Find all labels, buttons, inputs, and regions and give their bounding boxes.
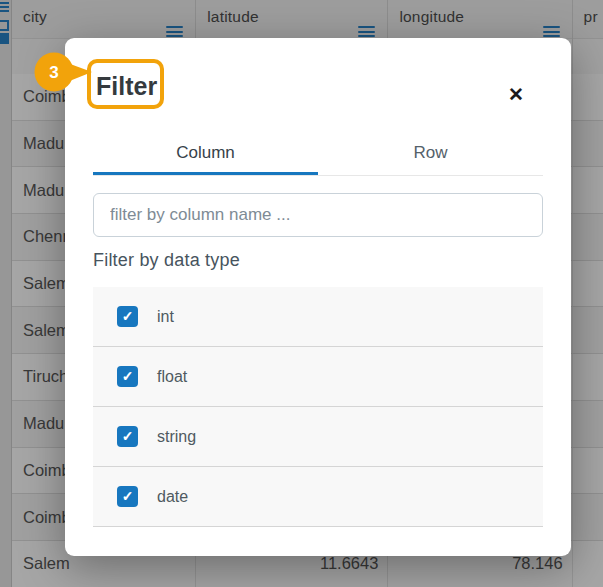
tab-column[interactable]: Column (93, 133, 318, 175)
datatype-row-int[interactable]: int (93, 287, 543, 347)
datatype-list: intfloatstringdate (93, 287, 543, 527)
datatype-label: int (157, 308, 174, 326)
tab-row[interactable]: Row (318, 133, 543, 175)
datatype-heading: Filter by data type (93, 250, 240, 271)
datatype-label: float (157, 368, 187, 386)
app-root: citylatitudelongitudepr CoimbMaduMaduChe… (0, 0, 603, 587)
column-name-filter-input[interactable] (93, 193, 543, 237)
checkbox-date-checked-icon[interactable] (117, 486, 138, 507)
datatype-row-float[interactable]: float (93, 347, 543, 407)
datatype-row-string[interactable]: string (93, 407, 543, 467)
filter-modal: Filter ✕ ColumnRow Filter by data type i… (65, 38, 571, 556)
datatype-row-date[interactable]: date (93, 467, 543, 527)
close-icon[interactable]: ✕ (503, 82, 529, 108)
modal-title: Filter (96, 72, 157, 101)
datatype-label: string (157, 428, 196, 446)
tab-bar: ColumnRow (93, 133, 543, 176)
checkbox-float-checked-icon[interactable] (117, 366, 138, 387)
datatype-label: date (157, 488, 188, 506)
checkbox-int-checked-icon[interactable] (117, 306, 138, 327)
checkbox-string-checked-icon[interactable] (117, 426, 138, 447)
